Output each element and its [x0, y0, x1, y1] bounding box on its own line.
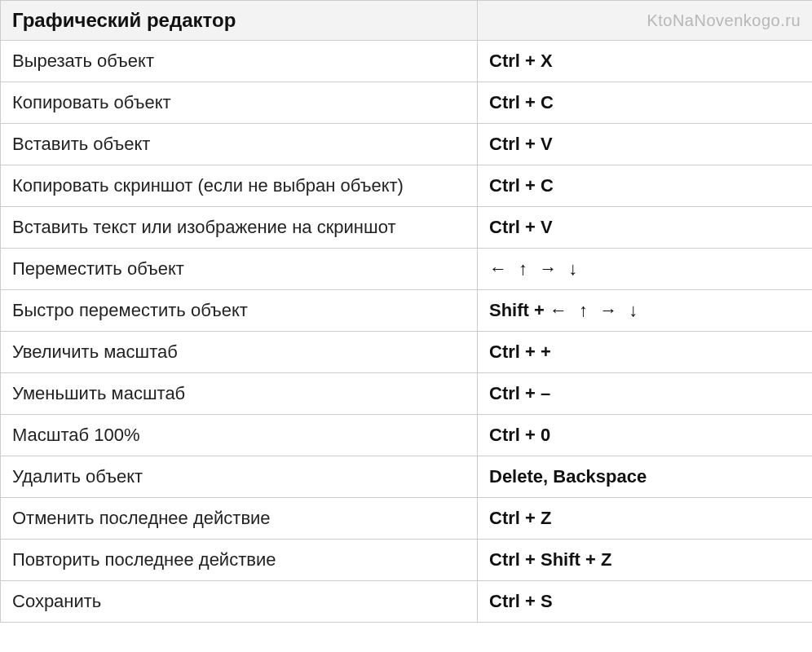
shortcut-keys-bold: Ctrl + – [489, 383, 550, 403]
action-cell: Отменить последнее действие [1, 498, 478, 540]
table-row: Уменьшить масштабCtrl + – [1, 373, 813, 415]
table-row: Копировать объектCtrl + C [1, 82, 813, 124]
table-row: Вырезать объектCtrl + X [1, 41, 813, 82]
shortcut-keys-bold: Delete, Backspace [489, 466, 647, 487]
action-cell: Сохранить [1, 581, 478, 623]
table-row: Удалить объектDelete, Backspace [1, 456, 813, 498]
shortcut-keys-bold: Ctrl + V [489, 134, 553, 154]
shortcut-keys-bold: Ctrl + S [489, 591, 553, 611]
shortcut-cell: Shift + ← ↑ → ↓ [478, 290, 813, 332]
shortcut-cell: Ctrl + C [478, 82, 813, 124]
table-row: Масштаб 100%Ctrl + 0 [1, 415, 813, 456]
action-cell: Вставить текст или изображение на скринш… [1, 207, 478, 249]
shortcut-cell: Ctrl + V [478, 124, 813, 165]
table-header-row: Графический редактор KtoNaNovenkogo.ru [1, 1, 813, 41]
shortcut-cell: Ctrl + S [478, 581, 813, 623]
action-cell: Вырезать объект [1, 41, 478, 82]
shortcut-cell: Ctrl + 0 [478, 415, 813, 456]
shortcut-cell: Delete, Backspace [478, 456, 813, 498]
shortcut-keys-bold: Ctrl + Z [489, 508, 551, 528]
table-row: СохранитьCtrl + S [1, 581, 813, 623]
watermark: KtoNaNovenkogo.ru [478, 1, 813, 41]
shortcut-keys-bold: Ctrl + Shift + Z [489, 549, 611, 570]
table-row: Повторить последнее действиеCtrl + Shift… [1, 540, 813, 581]
shortcut-cell: Ctrl + – [478, 373, 813, 415]
shortcut-keys-bold: Ctrl + C [489, 92, 554, 112]
action-cell: Вставить объект [1, 124, 478, 165]
shortcut-cell: Ctrl + Shift + Z [478, 540, 813, 581]
shortcut-cell: Ctrl + Z [478, 498, 813, 540]
shortcut-cell: Ctrl + C [478, 165, 813, 207]
shortcut-keys-bold: Ctrl + + [489, 341, 551, 362]
shortcut-keys-bold: Ctrl + 0 [489, 425, 550, 445]
shortcut-keys-bold: Ctrl + C [489, 175, 554, 196]
action-cell: Повторить последнее действие [1, 540, 478, 581]
action-cell: Копировать скриншот (если не выбран объе… [1, 165, 478, 207]
table-row: Увеличить масштабCtrl + + [1, 332, 813, 373]
shortcut-cell: Ctrl + V [478, 207, 813, 249]
shortcut-keys-arrows: ← ↑ → ↓ [549, 300, 641, 320]
shortcuts-table-container: Графический редактор KtoNaNovenkogo.ru В… [0, 0, 812, 623]
table-row: Быстро переместить объектShift + ← ↑ → ↓ [1, 290, 813, 332]
table-row: Вставить текст или изображение на скринш… [1, 207, 813, 249]
action-cell: Уменьшить масштаб [1, 373, 478, 415]
action-cell: Быстро переместить объект [1, 290, 478, 332]
shortcut-keys-bold: Ctrl + V [489, 217, 553, 237]
action-cell: Копировать объект [1, 82, 478, 124]
shortcut-cell: Ctrl + + [478, 332, 813, 373]
action-cell: Масштаб 100% [1, 415, 478, 456]
shortcut-cell: Ctrl + X [478, 41, 813, 82]
action-cell: Удалить объект [1, 456, 478, 498]
shortcut-cell: ← ↑ → ↓ [478, 249, 813, 290]
table-row: Копировать скриншот (если не выбран объе… [1, 165, 813, 207]
table-title: Графический редактор [1, 1, 478, 41]
shortcut-keys-bold: Ctrl + X [489, 51, 553, 71]
table-row: Вставить объектCtrl + V [1, 124, 813, 165]
shortcuts-table: Графический редактор KtoNaNovenkogo.ru В… [0, 0, 812, 623]
table-row: Отменить последнее действиеCtrl + Z [1, 498, 813, 540]
action-cell: Увеличить масштаб [1, 332, 478, 373]
shortcut-keys-arrows: ← ↑ → ↓ [489, 258, 580, 279]
action-cell: Переместить объект [1, 249, 478, 290]
shortcut-keys-bold: Shift + [489, 300, 549, 320]
table-row: Переместить объект← ↑ → ↓ [1, 249, 813, 290]
